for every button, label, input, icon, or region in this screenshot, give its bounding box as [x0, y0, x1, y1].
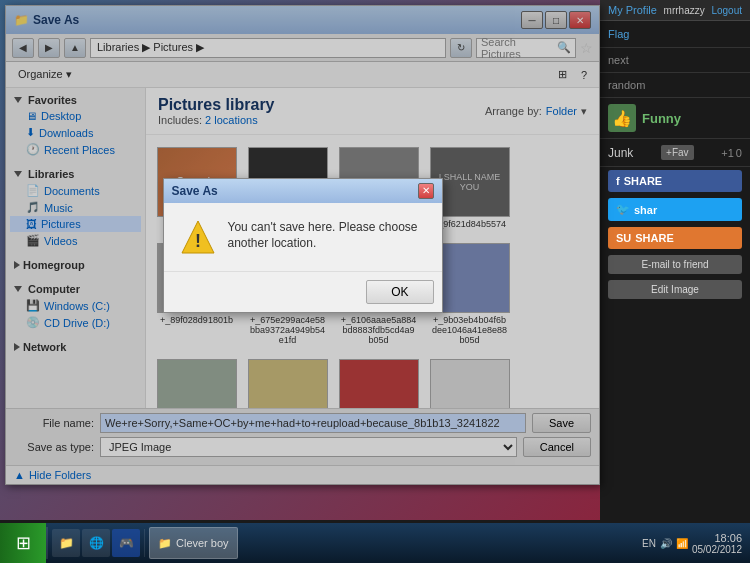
ok-button[interactable]: OK — [366, 280, 433, 304]
thumbs-up-icon[interactable]: 👍 — [608, 104, 636, 132]
dialog-body: ! You can't save here. Please choose ano… — [164, 203, 442, 271]
email-friend-btn[interactable]: E-mail to friend — [608, 255, 742, 274]
warning-icon: ! — [180, 219, 216, 255]
fav-button[interactable]: +Fav — [661, 145, 694, 160]
network-icon[interactable]: 📶 — [676, 538, 688, 549]
dialog-title: Save As — [172, 184, 218, 198]
start-icon: ⊞ — [16, 532, 31, 554]
plus1-count: 0 — [736, 147, 742, 159]
share-fb-label: SHARE — [624, 175, 663, 187]
taskbar-item-icon-0: 📁 — [158, 537, 172, 550]
flag-link[interactable]: Flag — [608, 28, 629, 40]
share-stumble-btn[interactable]: SU SHARE — [608, 227, 742, 249]
sidebar-junk-section: Junk +Fav +1 0 — [600, 139, 750, 167]
sidebar-random-btn[interactable]: random — [600, 73, 750, 98]
taskbar-items: 📁 Clever boy — [145, 527, 634, 559]
explorer-window: 📁 Save As ─ □ ✕ ◀ ▶ ▲ Libraries ▶ Pictur… — [5, 5, 600, 485]
clock-time: 18:06 — [692, 532, 742, 544]
sidebar-profile-link[interactable]: My Profile — [608, 4, 657, 16]
sidebar-next-btn[interactable]: next — [600, 48, 750, 73]
funny-label: Funny — [642, 111, 681, 126]
dialog-message: You can't save here. Please choose anoth… — [228, 219, 426, 253]
fb-icon: f — [616, 175, 620, 187]
start-button[interactable]: ⊞ — [0, 523, 46, 563]
sidebar: My Profile mrrhazzy Logout Flag next ran… — [600, 0, 750, 520]
quicklaunch-steam[interactable]: 🎮 — [112, 529, 140, 557]
su-icon: SU — [616, 232, 631, 244]
taskbar: ⊞ 📁 🌐 🎮 📁 Clever boy EN 🔊 📶 18:06 05/02/… — [0, 523, 750, 563]
save-as-dialog: Save As ✕ ! You can't save here. Please … — [163, 178, 443, 313]
taskbar-item-0[interactable]: 📁 Clever boy — [149, 527, 238, 559]
dialog-titlebar: Save As ✕ — [164, 179, 442, 203]
taskbar-sys: EN 🔊 📶 18:06 05/02/2012 — [634, 532, 750, 555]
sidebar-logout-link[interactable]: Logout — [711, 5, 742, 16]
dialog-close-button[interactable]: ✕ — [418, 183, 434, 199]
sidebar-username: mrrhazzy — [664, 5, 705, 16]
dialog-overlay: Save As ✕ ! You can't save here. Please … — [6, 6, 599, 484]
volume-icon[interactable]: 🔊 — [660, 538, 672, 549]
plus1-section: +1 0 — [721, 147, 742, 159]
tw-icon: 🐦 — [616, 203, 630, 216]
share-facebook-btn[interactable]: f SHARE — [608, 170, 742, 192]
share-twitter-btn[interactable]: 🐦 shar — [608, 198, 742, 221]
share-tw-label: shar — [634, 204, 657, 216]
quicklaunch-explorer[interactable]: 📁 — [52, 529, 80, 557]
sidebar-funny-section[interactable]: 👍 Funny — [600, 98, 750, 139]
taskbar-item-label-0: Clever boy — [176, 537, 229, 549]
share-su-label: SHARE — [635, 232, 674, 244]
sidebar-header: My Profile mrrhazzy Logout — [600, 0, 750, 21]
dialog-footer: OK — [164, 271, 442, 312]
junk-label: Junk — [608, 146, 633, 160]
svg-text:!: ! — [195, 231, 201, 251]
clock: 18:06 05/02/2012 — [692, 532, 742, 555]
edit-image-btn[interactable]: Edit Image — [608, 280, 742, 299]
plus1-label[interactable]: +1 — [721, 147, 734, 159]
lang-label: EN — [642, 538, 656, 549]
clock-date: 05/02/2012 — [692, 544, 742, 555]
quicklaunch-chrome[interactable]: 🌐 — [82, 529, 110, 557]
sidebar-flag-section: Flag — [600, 21, 750, 48]
